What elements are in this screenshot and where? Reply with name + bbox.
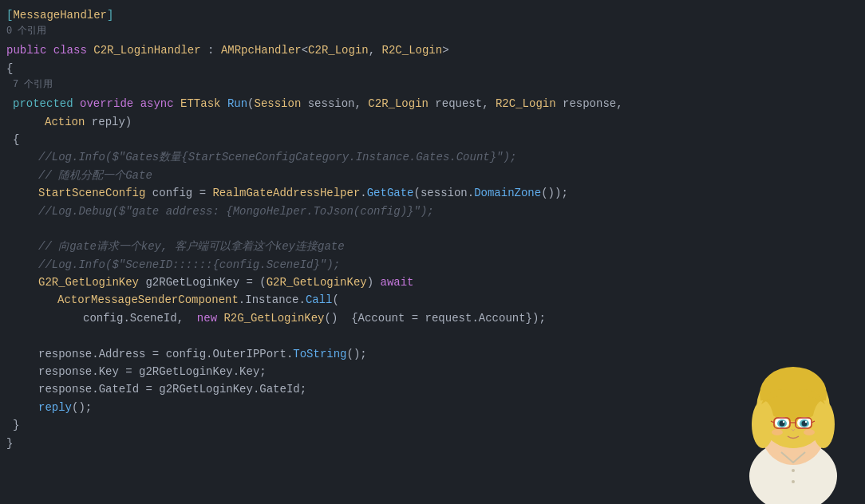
param-name-2: request, <box>429 95 496 112</box>
code-editor: [MessageHandler] 0 个引用 public class C2R_… <box>0 0 865 504</box>
dot13: . <box>253 380 259 398</box>
brace-open-1: { <box>6 60 13 77</box>
paren-dz: () <box>541 184 555 202</box>
cast-close: ) <box>367 274 381 291</box>
paren-getgate-close: ) <box>555 184 561 202</box>
paren-call-close: ) <box>532 309 539 327</box>
outer-ip: OuterIPPort <box>212 345 286 363</box>
type-startscene: StartSceneConfig <box>38 184 145 202</box>
dot3: . <box>239 291 245 309</box>
code-line-comment-3: //Log.Debug($"gate address: {MongoHelper… <box>0 203 865 220</box>
comma: , <box>369 41 382 59</box>
paren-open: ( <box>247 95 254 112</box>
dot1: . <box>360 184 366 202</box>
paren-r2g: () <box>325 309 338 327</box>
comma2: , <box>177 309 197 327</box>
helper-class: RealmGateAddressHelper <box>212 184 360 202</box>
code-line-gateid: response.GateId = g2RGetLoginKey.GateId; <box>0 380 865 398</box>
comment-4: // 向gate请求一个key, 客户端可以拿着这个key连接gate <box>38 238 345 255</box>
config-sceneid: config <box>83 309 123 327</box>
code-line-brace-2: { <box>0 131 865 148</box>
addr-prop: Address <box>99 345 146 363</box>
comment-1: //Log.Info($"Gates数量{StartSceneConfigCat… <box>38 148 516 166</box>
dot5: . <box>123 309 129 327</box>
eq5: = <box>119 363 139 380</box>
return-type: ETTask <box>180 95 220 112</box>
kw-protected: protected <box>13 95 80 112</box>
dot2: . <box>468 184 474 202</box>
dot11: . <box>233 363 239 380</box>
attribute-bracket-close: ] <box>107 6 113 24</box>
param-name-3: response, <box>556 95 623 112</box>
code-line-comment-2: // 随机分配一个Gate <box>0 167 865 184</box>
ref-count-2: 7 个引用 <box>13 77 53 93</box>
code-line-refcount-2: 7 个引用 <box>0 77 865 95</box>
g2r-key: g2RGetLoginKey <box>139 363 233 380</box>
eq3: = <box>405 309 425 327</box>
brace-close-1: } <box>6 435 13 452</box>
code-line-comment-5: //Log.Info($"SceneID::::::{config.SceneI… <box>0 256 865 274</box>
code-line-method: protected override async ETTask Run(Sess… <box>0 95 865 112</box>
kw-class: class <box>53 41 93 59</box>
cast-open: ( <box>259 274 266 291</box>
paren-ts: () <box>347 345 361 363</box>
code-line-empty-1 <box>0 220 865 238</box>
eq6: = <box>139 380 159 398</box>
gateid-val: GateId <box>259 380 299 398</box>
var-config: config <box>145 184 199 202</box>
code-line-addr: response.Address = config.OuterIPPort.To… <box>0 345 865 363</box>
dot7: . <box>92 345 98 363</box>
code-line-brace-4: } <box>0 435 865 452</box>
code-line-key: response.Key = g2RGetLoginKey.Key; <box>0 363 865 380</box>
response-key: response <box>38 363 92 380</box>
method-reply: reply <box>38 399 72 416</box>
method-name: Run <box>220 95 247 112</box>
attribute-name: MessageHandler <box>13 6 107 24</box>
account-prop: Account <box>479 309 526 327</box>
paren-reply: () <box>72 399 85 416</box>
attribute-bracket: [ <box>6 6 13 24</box>
paren-call-open: ( <box>332 291 338 309</box>
comment-5: //Log.Info($"SceneID::::::{config.SceneI… <box>38 256 340 274</box>
param-name-1: session, <box>301 95 368 112</box>
code-line-method-cont: Action reply) <box>0 113 865 131</box>
key-val: Key <box>239 363 259 380</box>
code-line-comment-4: // 向gate请求一个key, 客户端可以拿着这个key连接gate <box>0 238 865 255</box>
semi6: ; <box>85 399 92 416</box>
eq: = <box>199 184 213 202</box>
type-param-1: C2R_Login <box>308 41 369 59</box>
brace-open-2: { <box>13 131 19 148</box>
code-line-call: ActorMessageSenderComponent.Instance.Cal… <box>0 291 865 309</box>
svg-point-23 <box>792 480 795 483</box>
var-g2r: g2RGetLoginKey <box>139 274 246 291</box>
dot8: . <box>206 345 212 363</box>
response-addr: response <box>38 345 92 363</box>
comment-3: //Log.Debug($"gate address: {MongoHelper… <box>38 203 434 220</box>
cast-type: G2R_GetLoginKey <box>267 274 367 291</box>
eq2: = <box>246 274 259 291</box>
param-type-1: Session <box>255 95 302 112</box>
param-type-2: C2R_Login <box>368 95 429 112</box>
param-name-4: reply <box>85 113 124 131</box>
paren-getgate: ( <box>414 184 421 202</box>
comment-2: // 随机分配一个Gate <box>38 167 152 184</box>
kw-new: new <box>197 309 224 327</box>
semi1: ; <box>561 184 567 202</box>
key-prop: Key <box>99 363 119 380</box>
code-line-await: G2R_GetLoginKey g2RGetLoginKey = (G2R_Ge… <box>0 274 865 291</box>
dot12: . <box>92 380 98 398</box>
eq4: = <box>145 345 165 363</box>
dot10: . <box>92 363 98 380</box>
code-line-brace-1: { <box>0 60 865 77</box>
code-line-reply: reply(); <box>0 399 865 416</box>
method-domainzone: DomainZone <box>474 184 541 202</box>
kw-public: public <box>6 41 53 59</box>
instance-ref: Instance <box>245 291 298 309</box>
type-r2g: R2G_GetLoginKey <box>223 309 324 327</box>
response-gateid: response <box>38 380 92 398</box>
angle-close: > <box>442 41 448 59</box>
brace-close-2: } <box>13 416 19 434</box>
sceneid: SceneId <box>130 309 177 327</box>
code-line-1: [MessageHandler] <box>0 6 865 24</box>
kw-async: async <box>140 95 180 112</box>
